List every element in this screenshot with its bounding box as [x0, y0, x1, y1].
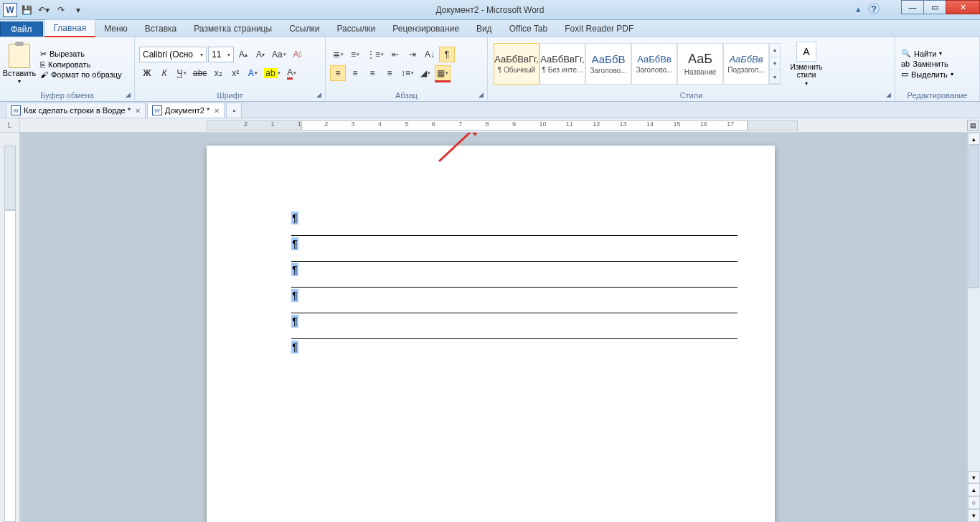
- justify-button[interactable]: ≡: [382, 65, 397, 81]
- help-button[interactable]: ?: [868, 3, 880, 14]
- document-tab[interactable]: W Документ2 * ✕: [147, 103, 225, 118]
- change-styles-button[interactable]: A Изменить стили ▾: [785, 42, 828, 87]
- new-tab-button[interactable]: ▫: [226, 103, 242, 118]
- document-page[interactable]: ¶ ¶ ¶ ¶ ¶ ¶: [207, 146, 775, 522]
- show-paragraph-marks-button[interactable]: ¶: [439, 47, 455, 62]
- style-nospacing[interactable]: АаБбВвГг,¶ Без инте...: [540, 43, 585, 85]
- decrease-indent-button[interactable]: ⇤: [387, 47, 403, 62]
- text-effects-button[interactable]: A▾: [245, 65, 260, 81]
- replace-button[interactable]: abЗаменить: [901, 60, 953, 68]
- multilevel-button[interactable]: ⋮≡▾: [364, 47, 386, 62]
- ruler-number: 3: [352, 120, 355, 128]
- close-tab-icon[interactable]: ✕: [135, 107, 141, 115]
- minimize-button[interactable]: —: [901, 0, 924, 14]
- tab-view[interactable]: Вид: [468, 21, 501, 37]
- style-title[interactable]: АаБНазвание: [677, 43, 723, 85]
- scroll-up-icon[interactable]: ▴: [770, 44, 780, 57]
- expand-gallery-icon[interactable]: ▾: [770, 70, 780, 84]
- quick-access-toolbar: W 💾 ↶▾ ↷ ▾: [0, 2, 86, 18]
- align-center-button[interactable]: ≡: [347, 65, 363, 81]
- dialog-launcher[interactable]: ◢: [884, 90, 892, 99]
- font-color-button[interactable]: A▾: [284, 65, 300, 81]
- next-page-button[interactable]: ▾: [968, 509, 980, 522]
- style-sample: АаБ: [688, 52, 712, 67]
- group-label: Абзац: [326, 90, 487, 101]
- increase-indent-button[interactable]: ⇥: [405, 47, 420, 62]
- find-button[interactable]: 🔍Найти▾: [901, 49, 953, 58]
- cut-button[interactable]: ✂Вырезать: [40, 49, 122, 59]
- prev-page-button[interactable]: ▴: [968, 483, 980, 496]
- tab-officetab[interactable]: Office Tab: [501, 21, 557, 37]
- align-right-button[interactable]: ≡: [364, 65, 380, 81]
- tab-insert[interactable]: Вставка: [136, 21, 186, 37]
- numbering-button[interactable]: ≡▾: [347, 47, 363, 62]
- ruler-number: 7: [458, 120, 462, 128]
- bullets-button[interactable]: ≣▾: [330, 47, 346, 62]
- shading-button[interactable]: ◢▾: [418, 65, 433, 81]
- font-name-combo[interactable]: Calibri (Осно▾: [139, 47, 207, 62]
- pilcrow-icon: ¶: [291, 263, 298, 276]
- paste-button[interactable]: Вставить ▾: [4, 40, 34, 87]
- tab-file[interactable]: Файл: [0, 22, 43, 37]
- align-left-button[interactable]: ≡: [330, 65, 346, 81]
- select-button[interactable]: ▭Выделить▾: [901, 70, 953, 79]
- underline-button[interactable]: Ч▾: [174, 65, 189, 81]
- minimize-ribbon-button[interactable]: ▴: [852, 3, 864, 14]
- qat-undo-button[interactable]: ↶▾: [36, 2, 52, 18]
- qat-save-button[interactable]: 💾: [19, 2, 34, 18]
- strikethrough-button[interactable]: abc: [191, 65, 209, 81]
- dialog-launcher[interactable]: ◢: [123, 90, 132, 99]
- maximize-button[interactable]: ▭: [923, 0, 946, 14]
- document-tabs: W Как сделать строки в Ворде * ✕ W Докум…: [0, 102, 980, 118]
- scroll-down-icon[interactable]: ▾: [770, 57, 780, 71]
- scroll-down-button[interactable]: ▾: [968, 471, 980, 483]
- line-spacing-button[interactable]: ↕≡▾: [399, 65, 416, 81]
- shrink-font-button[interactable]: A▾: [253, 47, 268, 62]
- document-tab[interactable]: W Как сделать строки в Ворде * ✕: [6, 103, 146, 118]
- borders-button[interactable]: ▦▾: [435, 65, 451, 81]
- copy-button[interactable]: ⎘Копировать: [40, 60, 122, 69]
- brush-icon: 🖌: [40, 70, 48, 79]
- browse-object-button[interactable]: ○: [968, 496, 980, 509]
- bold-button[interactable]: Ж: [139, 65, 155, 81]
- horizontal-ruler[interactable]: 211234567891011121314151617: [20, 118, 980, 132]
- close-tab-icon[interactable]: ✕: [214, 107, 220, 115]
- qat-redo-button[interactable]: ↷: [53, 2, 69, 18]
- clear-formatting-button[interactable]: A⃠: [290, 47, 306, 62]
- grow-font-button[interactable]: A▴: [235, 47, 251, 62]
- dialog-launcher[interactable]: ◢: [314, 90, 323, 99]
- italic-button[interactable]: К: [156, 65, 172, 81]
- tab-pagelayout[interactable]: Разметка страницы: [185, 21, 281, 37]
- tab-selector[interactable]: L: [0, 118, 20, 132]
- ruler-toggle[interactable]: ▤: [967, 120, 979, 131]
- highlight-button[interactable]: ab▾: [262, 65, 282, 81]
- tab-menu[interactable]: Меню: [95, 21, 136, 37]
- vertical-ruler[interactable]: [0, 133, 20, 522]
- tab-references[interactable]: Ссылки: [281, 21, 328, 37]
- close-button[interactable]: ✕: [946, 0, 980, 14]
- window-title: Документ2 - Microsoft Word: [435, 5, 544, 15]
- format-painter-button[interactable]: 🖌Формат по образцу: [40, 70, 122, 79]
- tab-review[interactable]: Рецензирование: [384, 21, 468, 37]
- subscript-button[interactable]: x₂: [210, 65, 226, 81]
- dialog-launcher[interactable]: ◢: [476, 90, 485, 99]
- style-heading1[interactable]: АаБбВЗаголово...: [585, 43, 631, 85]
- superscript-button[interactable]: x²: [227, 65, 243, 81]
- tab-home[interactable]: Главная: [44, 19, 96, 37]
- scroll-up-button[interactable]: ▴: [968, 133, 980, 145]
- styles-scroll[interactable]: ▴▾▾: [769, 43, 781, 85]
- tab-mailings[interactable]: Рассылки: [328, 21, 384, 37]
- scroll-thumb[interactable]: [969, 145, 979, 288]
- style-subtitle[interactable]: АаБбВвПодзагол...: [723, 43, 769, 85]
- font-size-combo[interactable]: 11▾: [208, 47, 234, 62]
- sort-button[interactable]: A↓: [422, 47, 438, 62]
- style-heading2[interactable]: АаБбВвЗаголово...: [631, 43, 677, 85]
- tab-foxit[interactable]: Foxit Reader PDF: [556, 21, 642, 37]
- qat-customize-button[interactable]: ▾: [70, 2, 86, 18]
- style-normal[interactable]: АаБбВвГг,¶ Обычный: [494, 43, 540, 85]
- word-app-icon[interactable]: W: [3, 3, 17, 17]
- dropdown-icon: ▾: [805, 80, 808, 87]
- change-case-button[interactable]: Aa▾: [270, 47, 288, 62]
- vertical-scrollbar[interactable]: ▴ ▾ ▴ ○ ▾: [967, 133, 980, 522]
- font-size-value: 11: [212, 49, 221, 60]
